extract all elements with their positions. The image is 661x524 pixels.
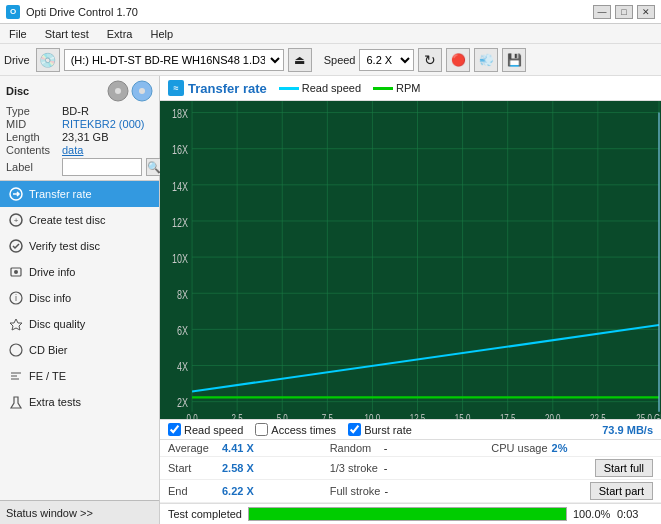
svg-text:25.0 GB: 25.0 GB: [636, 411, 661, 419]
nav-disc-quality[interactable]: Disc quality: [0, 311, 159, 337]
one-third-value: -: [384, 462, 388, 474]
chart-body: 18X 16X 14X 12X 10X 8X 6X 4X 2X: [160, 101, 661, 419]
nav-verify-test-disc[interactable]: Verify test disc: [0, 233, 159, 259]
drive-icon-btn[interactable]: 💿: [36, 48, 60, 72]
maximize-button[interactable]: □: [615, 5, 633, 19]
disc-quality-icon: [8, 316, 24, 332]
main-content: Disc Type BD-R MID: [0, 76, 661, 524]
nav-fe-te[interactable]: FE / TE: [0, 363, 159, 389]
access-times-checkbox[interactable]: [255, 423, 268, 436]
disc-icon-1[interactable]: [107, 80, 129, 102]
status-window[interactable]: Status window >>: [0, 500, 159, 524]
nav-create-test-disc[interactable]: + Create test disc: [0, 207, 159, 233]
stat-random: Random -: [330, 442, 492, 454]
progress-bar: [248, 507, 567, 521]
menu-help[interactable]: Help: [145, 27, 178, 41]
disc-header-label: Disc: [6, 85, 29, 97]
disc-panel: Disc Type BD-R MID: [0, 76, 159, 181]
status-text: Test completed: [168, 508, 242, 520]
minimize-button[interactable]: —: [593, 5, 611, 19]
speed-label: Speed: [324, 54, 356, 66]
type-label: Type: [6, 105, 58, 117]
nav-drive-info[interactable]: Drive info: [0, 259, 159, 285]
svg-text:4X: 4X: [177, 360, 188, 374]
nav-extra-tests[interactable]: Extra tests: [0, 389, 159, 415]
app-icon: O: [6, 5, 20, 19]
burn-button[interactable]: 🔴: [446, 48, 470, 72]
cd-bier-icon: [8, 342, 24, 358]
chart-area: ≈ Transfer rate Read speed RPM 18X 16X 1: [160, 76, 661, 524]
save-button[interactable]: 💾: [502, 48, 526, 72]
svg-point-9: [14, 270, 18, 274]
label-input[interactable]: [62, 158, 142, 176]
mid-value: RITEKBR2 (000): [62, 118, 145, 130]
random-label: Random: [330, 442, 380, 454]
stats-row-3: End 6.22 X Full stroke - Start part: [160, 480, 661, 503]
progress-bar-fill: [249, 508, 566, 520]
eject-button[interactable]: ⏏: [288, 48, 312, 72]
random-value: -: [384, 442, 388, 454]
transfer-rate-icon: [8, 186, 24, 202]
end-value: 6.22 X: [222, 485, 254, 497]
chart-icon: ≈: [168, 80, 184, 96]
sidebar-nav: Transfer rate + Create test disc: [0, 181, 159, 500]
stat-end: End 6.22 X: [168, 485, 330, 497]
svg-text:7.5: 7.5: [322, 411, 334, 419]
erase-button[interactable]: 💨: [474, 48, 498, 72]
contents-value[interactable]: data: [62, 144, 83, 156]
stat-average: Average 4.41 X: [168, 442, 330, 454]
menu-extra[interactable]: Extra: [102, 27, 138, 41]
svg-text:18X: 18X: [172, 107, 188, 121]
chart-svg: 18X 16X 14X 12X 10X 8X 6X 4X 2X: [160, 101, 661, 419]
mid-label: MID: [6, 118, 58, 130]
start-part-button[interactable]: Start part: [590, 482, 653, 500]
one-third-label: 1/3 stroke: [330, 462, 380, 474]
stat-start-full-cell: Start full: [491, 459, 653, 477]
svg-text:10X: 10X: [172, 251, 188, 265]
legend-rpm-label: RPM: [396, 82, 420, 94]
checkbox-read-speed[interactable]: Read speed: [168, 423, 243, 436]
cpu-value: 2%: [552, 442, 568, 454]
nav-create-test-disc-label: Create test disc: [29, 214, 105, 226]
stats-rows: Average 4.41 X Random - CPU usage 2%: [160, 440, 661, 503]
stat-full-stroke: Full stroke -: [330, 485, 492, 497]
nav-drive-info-label: Drive info: [29, 266, 75, 278]
checkboxes-row: Read speed Access times Burst rate 73.9 …: [160, 419, 661, 440]
nav-disc-info[interactable]: i Disc info: [0, 285, 159, 311]
chart-title: ≈ Transfer rate: [168, 80, 267, 96]
chart-header: ≈ Transfer rate Read speed RPM: [160, 76, 661, 101]
disc-icon-2[interactable]: [131, 80, 153, 102]
nav-cd-bier[interactable]: CD Bier: [0, 337, 159, 363]
app-title: Opti Drive Control 1.70: [26, 6, 138, 18]
burst-rate-checkbox[interactable]: [348, 423, 361, 436]
svg-text:20.0: 20.0: [545, 411, 561, 419]
full-stroke-label: Full stroke: [330, 485, 381, 497]
svg-text:14X: 14X: [172, 179, 188, 193]
nav-transfer-rate[interactable]: Transfer rate: [0, 181, 159, 207]
stats-row-1: Average 4.41 X Random - CPU usage 2%: [160, 440, 661, 457]
nav-extra-tests-label: Extra tests: [29, 396, 81, 408]
access-times-checkbox-label: Access times: [271, 424, 336, 436]
end-label: End: [168, 485, 218, 497]
close-button[interactable]: ✕: [637, 5, 655, 19]
verify-test-disc-icon: [8, 238, 24, 254]
length-label: Length: [6, 131, 58, 143]
stat-one-third: 1/3 stroke -: [330, 462, 492, 474]
nav-disc-info-label: Disc info: [29, 292, 71, 304]
svg-text:12X: 12X: [172, 215, 188, 229]
legend-rpm-color: [373, 87, 393, 90]
read-speed-checkbox[interactable]: [168, 423, 181, 436]
type-value: BD-R: [62, 105, 89, 117]
checkbox-burst-rate[interactable]: Burst rate: [348, 423, 412, 436]
start-value: 2.58 X: [222, 462, 254, 474]
drive-select[interactable]: (H:) HL-DT-ST BD-RE WH16NS48 1.D3: [64, 49, 284, 71]
stat-start-part-cell: Start part: [491, 482, 653, 500]
avg-value: 4.41 X: [222, 442, 254, 454]
menu-start-test[interactable]: Start test: [40, 27, 94, 41]
speed-select[interactable]: 6.2 X: [359, 49, 414, 71]
start-full-button[interactable]: Start full: [595, 459, 653, 477]
menu-file[interactable]: File: [4, 27, 32, 41]
length-value: 23,31 GB: [62, 131, 108, 143]
checkbox-access-times[interactable]: Access times: [255, 423, 336, 436]
refresh-button[interactable]: ↻: [418, 48, 442, 72]
